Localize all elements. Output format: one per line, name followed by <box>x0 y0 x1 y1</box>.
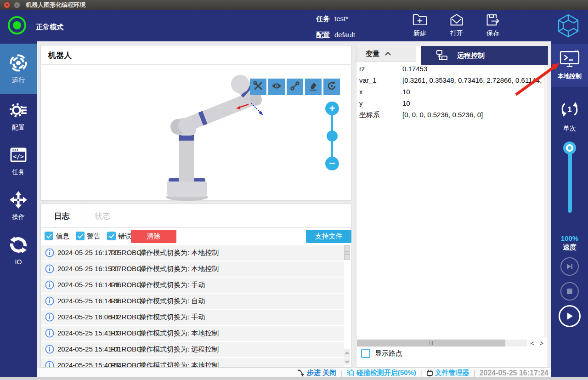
variable-value: 10 <box>402 99 410 107</box>
play-button[interactable] <box>559 305 581 327</box>
zoom-out-button[interactable]: − <box>325 157 339 170</box>
log-tab-row: 日志 状态 <box>41 204 351 228</box>
log-scroll-up-button[interactable] <box>344 349 350 357</box>
title-bar: ✕ – 机器人图形化编程环境 <box>0 0 588 10</box>
single-run-button[interactable]: 1 单次 <box>551 99 588 133</box>
zoom-in-button[interactable]: + <box>325 102 339 115</box>
speed-value: 100% <box>551 234 588 242</box>
save-button-label: 保存 <box>486 29 499 38</box>
sidebar-item-config[interactable]: 配置 <box>0 96 37 139</box>
mode-indicator-icon <box>8 16 26 34</box>
gear-icon <box>9 101 28 121</box>
view-rotate-button[interactable] <box>323 79 340 95</box>
sidebar-item-label: 任务 <box>12 168 25 176</box>
sidebar-item-label: 操作 <box>12 213 25 221</box>
variable-name: y <box>359 99 363 107</box>
log-message: 操作模式切换为: 本地控制 <box>139 361 219 367</box>
right-sidebar: 本地控制 1 单次 100% 速度 <box>551 41 588 380</box>
support-files-button[interactable]: 支持文件 <box>306 230 351 243</box>
filter-info-checkbox[interactable] <box>45 232 53 240</box>
status-divider: | <box>474 369 475 377</box>
sidebar-item-label: 配置 <box>12 124 25 132</box>
info-icon <box>45 345 54 354</box>
variables-horizontal-scrollbar[interactable] <box>357 340 527 346</box>
log-message: 操作模式切换为: 远程控制 <box>139 345 219 354</box>
filter-error-checkbox[interactable] <box>107 232 116 240</box>
variables-vertical-scrollbar[interactable] <box>544 46 548 338</box>
remote-control-label: 远程控制 <box>457 51 485 60</box>
close-icon[interactable]: ✕ <box>4 2 10 8</box>
io-swap-icon <box>9 236 28 256</box>
tools-icon <box>253 81 263 93</box>
view-eraser-button[interactable] <box>305 79 322 95</box>
variable-name: var_1 <box>359 76 377 84</box>
new-button-label: 新建 <box>413 29 426 38</box>
variable-value: 10 <box>402 88 410 96</box>
view-tools-button[interactable] <box>250 79 266 95</box>
log-filter-row: 信息 警告 错误 清除 支持文件 <box>41 228 351 244</box>
zoom-slider-thumb[interactable] <box>327 130 338 142</box>
step-mode-status[interactable]: 步进 关闭 <box>298 369 336 377</box>
window-title: 机器人图形化编程环境 <box>26 1 85 9</box>
app-window: ✕ – 机器人图形化编程环境 正常模式 任务 test* 配置 default … <box>0 0 588 380</box>
tab-log[interactable]: 日志 <box>41 204 83 228</box>
collision-detection-status[interactable]: 碰撞检测开启(50%) <box>346 369 416 377</box>
skip-next-icon <box>565 262 574 271</box>
sidebar-item-io[interactable]: IO <box>0 230 37 273</box>
log-list: 2024-05-25 16:17:15 RT ROBOT 操作模式切换为: 本地… <box>41 244 351 367</box>
log-message: 操作模式切换为: 手动 <box>139 313 205 322</box>
open-button[interactable]: 打开 <box>442 13 471 40</box>
view-visibility-button[interactable] <box>268 79 285 95</box>
file-manager-status[interactable]: 文件管理器 <box>426 369 469 377</box>
variables-panel: 变量 rz 0.17453 var_1 [0.3261, 0.35348, 0.… <box>356 45 548 368</box>
speed-slider-thumb[interactable] <box>563 142 576 154</box>
eraser-icon <box>308 81 318 93</box>
eye-icon <box>271 82 282 91</box>
variables-header[interactable]: 变量 <box>356 46 416 62</box>
status-bar: 步进 关闭 | 碰撞检测开启(50%) | 文件管理器 | 2024-05-25… <box>37 368 551 378</box>
sidebar-item-run[interactable]: 运行 <box>0 44 37 94</box>
show-waypoints-checkbox[interactable] <box>361 349 370 358</box>
remote-control-menu-item[interactable]: 远程控制 <box>421 46 548 65</box>
view-waypoints-button[interactable] <box>287 79 303 95</box>
stop-button[interactable] <box>560 282 579 301</box>
sidebar-item-label: IO <box>15 258 22 266</box>
log-scroll-down-button[interactable] <box>344 357 350 365</box>
run-icon <box>9 54 28 74</box>
robot-view-panel: 机器人 <box>40 45 351 201</box>
tab-status[interactable]: 状态 <box>83 204 122 228</box>
robot-panel-header: 机器人 <box>41 45 351 65</box>
scroll-left-button[interactable]: < <box>528 339 537 347</box>
remote-network-icon <box>435 50 449 62</box>
info-icon <box>45 280 54 289</box>
local-control-button[interactable]: 本地控制 <box>551 44 588 87</box>
svg-text:</>: </> <box>13 153 24 160</box>
save-button[interactable]: 保存 <box>479 13 507 40</box>
horizontal-scrollbar-thumb[interactable] <box>357 340 505 346</box>
log-scrollbar-thumb[interactable] <box>344 245 350 260</box>
sidebar-item-operate[interactable]: 操作 <box>0 185 37 228</box>
terminal-monitor-icon <box>559 49 580 70</box>
clear-log-button[interactable]: 清除 <box>131 230 176 243</box>
waypoints-path-icon <box>290 81 300 93</box>
local-control-label: 本地控制 <box>558 72 582 80</box>
window-bottom-edge <box>0 377 588 380</box>
new-button[interactable]: 新建 <box>406 13 434 40</box>
filter-error-label: 错误 <box>118 232 132 241</box>
speed-label: 速度 <box>551 243 588 252</box>
filter-warning-label: 警告 <box>87 232 101 241</box>
scroll-right-button[interactable]: > <box>537 339 546 347</box>
log-message: 操作模式切换为: 本地控制 <box>139 249 219 257</box>
filter-warning-checkbox[interactable] <box>76 232 85 240</box>
collapse-caret-icon <box>385 52 391 56</box>
brand-logo-icon <box>555 13 582 39</box>
rotate-view-icon <box>327 81 337 93</box>
sidebar-item-task[interactable]: </> 任务 <box>0 140 37 183</box>
minimize-icon[interactable]: – <box>14 2 20 8</box>
speed-slider-track[interactable] <box>568 146 572 213</box>
step-next-button[interactable] <box>560 257 579 276</box>
log-row: 2024-05-25 15:41:01 RT ROBOT 操作模式切换为: 远程… <box>41 342 344 357</box>
variable-value: [0.3261, 0.35348, 0.73416, 2.72866, 0.61… <box>402 76 548 84</box>
mode-label: 正常模式 <box>36 23 63 32</box>
info-icon <box>45 329 54 338</box>
